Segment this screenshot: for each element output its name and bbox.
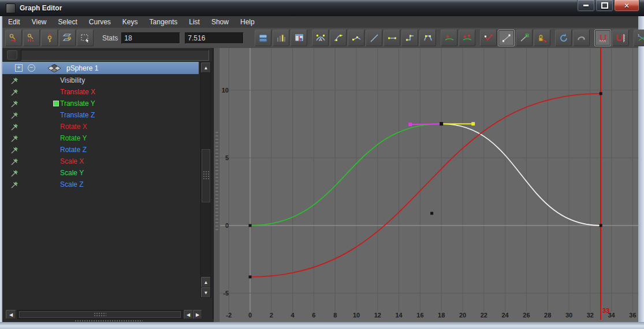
stats-time-input[interactable] — [121, 32, 180, 44]
filter-row — [2, 48, 213, 62]
panel-splitter-handle[interactable] — [2, 319, 214, 322]
key-point[interactable] — [430, 212, 433, 215]
attribute-row-rotate-x[interactable]: Rotate X — [2, 121, 199, 132]
key-point[interactable] — [600, 224, 602, 227]
pin-icon[interactable] — [10, 99, 20, 108]
clamped-tangents-button[interactable] — [348, 29, 364, 46]
free-tangent-weight-button[interactable] — [480, 29, 497, 46]
attribute-row-translate-x[interactable]: Translate X — [2, 86, 199, 98]
frame-playback-range-button[interactable] — [273, 29, 289, 46]
close-button[interactable]: ✕ — [614, 0, 639, 12]
vertical-scroll-thumb[interactable] — [202, 149, 210, 202]
toolbar: StatsA111 — [2, 28, 638, 48]
pin-icon[interactable] — [10, 76, 20, 85]
menu-item-view[interactable]: View — [26, 17, 53, 27]
lock-unlock-keys-button[interactable] — [534, 29, 550, 46]
menu-item-select[interactable]: Select — [52, 17, 83, 27]
menu-item-keys[interactable]: Keys — [117, 17, 144, 27]
attribute-label: Visibility — [60, 76, 85, 84]
pre-infinity-cycle-button[interactable] — [555, 29, 572, 46]
scroll-right-button[interactable]: ▶ — [193, 310, 202, 319]
scroll-down-button[interactable]: ▼ — [201, 287, 211, 298]
move-nearest-picked-key-tool-button[interactable] — [5, 29, 22, 46]
menu-item-curves[interactable]: Curves — [83, 17, 117, 27]
scroll-up-button[interactable]: ▲ — [201, 62, 211, 73]
region-select-tool-button[interactable] — [77, 29, 94, 46]
pin-icon[interactable] — [10, 157, 20, 166]
outliner-horizontal-scrollbar[interactable] — [17, 310, 184, 319]
minimize-icon — [583, 5, 589, 6]
attribute-row-rotate-y[interactable]: Rotate Y — [2, 132, 199, 144]
linear-tangents-button[interactable] — [366, 29, 382, 46]
pin-icon[interactable] — [10, 122, 20, 131]
unify-tangents-button[interactable] — [459, 29, 475, 46]
current-time-label: 33 — [602, 307, 609, 314]
svg-text:0: 0 — [248, 312, 252, 319]
frame-all-button[interactable] — [255, 29, 271, 46]
pin-icon[interactable] — [10, 180, 20, 189]
menu-item-edit[interactable]: Edit — [2, 17, 26, 27]
expand-all-icon[interactable]: + — [15, 64, 23, 72]
graph-canvas[interactable]: -20246810121416182022242628303234361050-… — [214, 48, 638, 322]
menu-item-help[interactable]: Help — [234, 17, 260, 27]
attribute-row-scale-y[interactable]: Scale Y — [2, 167, 199, 179]
center-current-time-button[interactable] — [291, 29, 307, 46]
value-ruler[interactable] — [214, 48, 220, 322]
value-snap-button[interactable] — [612, 29, 629, 46]
menu-item-show[interactable]: Show — [206, 17, 234, 27]
attribute-row-visibility[interactable]: Visibility — [2, 75, 199, 86]
in-tangent-end[interactable] — [408, 123, 412, 126]
attribute-label: Translate Y — [60, 99, 95, 108]
key-point[interactable] — [600, 92, 602, 95]
attribute-row-rotate-z[interactable]: Rotate Z — [2, 144, 199, 156]
stats-value-input[interactable] — [185, 32, 244, 44]
plateau-tangents-button[interactable] — [419, 29, 436, 46]
flat-tangents-button[interactable] — [384, 29, 400, 46]
buffer-curve-snapshot-button[interactable]: 1 — [634, 29, 644, 46]
pin-icon[interactable] — [10, 110, 20, 120]
time-snap-button[interactable] — [594, 29, 611, 46]
scroll-left-button-2[interactable]: ◀ — [184, 310, 193, 319]
stats-box: Stats — [100, 32, 248, 44]
lock-tangent-weight-button[interactable] — [498, 29, 515, 46]
attribute-row-scale-x[interactable]: Scale X — [2, 156, 199, 167]
outliner-vertical-scrollbar[interactable] — [200, 62, 211, 298]
in-tangent-handle[interactable] — [410, 124, 441, 124]
title-bar[interactable]: Graph Editor ✕ — [0, 0, 644, 16]
restore-button[interactable] — [595, 0, 613, 12]
pin-icon[interactable] — [10, 134, 20, 143]
pin-icon[interactable] — [10, 168, 20, 178]
key-point[interactable] — [249, 224, 252, 227]
lattice-deform-keys-tool-button[interactable] — [59, 29, 76, 46]
attribute-row-translate-z[interactable]: Translate Z — [2, 109, 199, 121]
menu-bar: EditViewSelectCurvesKeysTangentsListShow… — [2, 16, 638, 28]
channel-filter-input[interactable] — [21, 50, 209, 61]
pin-icon[interactable] — [10, 145, 20, 154]
spline-tangents-button[interactable] — [330, 29, 347, 46]
insert-keys-tool-button[interactable] — [23, 29, 40, 46]
post-infinity-cycle-button[interactable] — [573, 29, 590, 46]
tree-node-psphere1[interactable]: + − pSphere 1 — [2, 62, 199, 75]
menu-item-list[interactable]: List — [183, 17, 206, 27]
selected-key[interactable] — [440, 122, 443, 125]
collapse-icon[interactable]: − — [28, 64, 35, 72]
scroll-up-button-2[interactable]: ▲ — [201, 277, 211, 287]
svg-text:10: 10 — [353, 312, 360, 319]
attribute-row-scale-z[interactable]: Scale Z — [2, 179, 199, 190]
pin-icon[interactable] — [10, 87, 20, 97]
fixed-tangent-weight-button[interactable] — [516, 29, 533, 46]
auto-tangents-button[interactable]: A — [312, 29, 329, 46]
attribute-row-translate-y[interactable]: Translate Y — [2, 98, 199, 109]
filter-menu-icon[interactable] — [7, 50, 17, 60]
svg-text:2: 2 — [270, 312, 273, 319]
scroll-left-button[interactable]: ◀ — [6, 310, 16, 319]
menu-item-tangents[interactable]: Tangents — [144, 17, 184, 27]
add-keys-tool-button[interactable] — [41, 29, 58, 46]
out-tangent-end[interactable] — [471, 122, 475, 125]
break-tangents-button[interactable] — [441, 29, 457, 46]
add-keys-tool-icon — [44, 33, 55, 43]
step-tangents-button[interactable] — [401, 29, 418, 46]
minimize-button[interactable] — [577, 0, 595, 12]
key-point[interactable] — [249, 275, 252, 278]
horizontal-scroll-thumb[interactable] — [19, 311, 181, 318]
